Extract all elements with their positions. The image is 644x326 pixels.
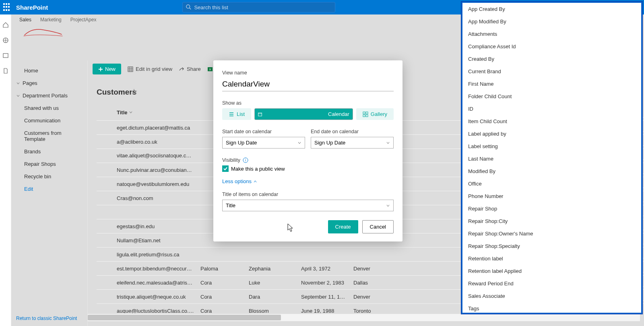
field-option[interactable]: Compliance Asset Id	[462, 40, 641, 53]
nav-item[interactable]: Home	[11, 64, 87, 77]
field-option[interactable]: Repair Shop:Specialty	[462, 240, 641, 252]
end-date-select[interactable]: Sign Up Date	[311, 137, 394, 149]
show-as-gallery[interactable]: Gallery	[356, 108, 394, 120]
app-launcher-icon[interactable]	[3, 3, 11, 11]
nav-label: Recycle bin	[24, 173, 51, 180]
field-option[interactable]: Repair Shop:City	[462, 215, 641, 227]
field-option[interactable]: Tags	[462, 302, 641, 314]
share-button[interactable]: Share	[179, 66, 201, 72]
field-option[interactable]: Modified By	[462, 165, 641, 177]
edit-grid-button[interactable]: Edit in grid view	[128, 66, 172, 72]
cell-first: Cora	[197, 291, 246, 303]
field-option[interactable]: Retention label	[462, 252, 641, 265]
plus-icon	[98, 67, 103, 72]
nav-label: Communication	[24, 118, 60, 124]
cell-title: vitae.aliquet@sociisnatoque.com	[97, 149, 197, 162]
cell-office	[350, 251, 415, 258]
public-view-checkbox[interactable]	[222, 165, 229, 172]
search-box[interactable]: Search this list	[182, 2, 335, 12]
nav-item[interactable]: Shared with us	[11, 102, 87, 114]
chevron-down-icon	[297, 141, 301, 145]
cell-office: Denver	[350, 262, 415, 275]
cell-title: est.tempor.bibendum@neccursusa.com	[97, 262, 197, 275]
field-option[interactable]: Repair Shop	[462, 202, 641, 215]
globe-icon[interactable]	[2, 37, 9, 43]
favorite-icon[interactable]	[131, 89, 137, 95]
field-option[interactable]: Phone Number	[462, 190, 641, 202]
app-bar	[0, 14, 11, 326]
files-icon[interactable]	[2, 68, 9, 74]
field-option[interactable]: Current Brand	[462, 65, 641, 78]
chevron-down-icon	[386, 204, 390, 208]
site-tabs: SalesMarketingProjectApex	[19, 14, 96, 25]
nav-item[interactable]: Department Portals	[11, 89, 87, 102]
show-as-list[interactable]: List	[222, 108, 251, 120]
cursor-icon	[287, 223, 294, 233]
news-icon[interactable]	[2, 52, 9, 59]
share-label: Share	[187, 66, 201, 72]
cell-office: Dallas	[350, 276, 415, 289]
return-classic-link[interactable]: Return to classic SharePoint	[16, 316, 77, 321]
cell-first	[197, 251, 246, 258]
info-icon[interactable]: i	[243, 157, 248, 163]
col-title[interactable]: Title	[97, 106, 197, 119]
nav-label: Repair Shops	[24, 161, 56, 167]
field-option[interactable]: First Name	[462, 78, 641, 90]
command-bar: New Edit in grid view Share X Ex	[93, 64, 221, 74]
nav-label: Department Portals	[23, 93, 68, 99]
field-option[interactable]: Last Name	[462, 153, 641, 165]
nav-item[interactable]: Brands	[11, 145, 87, 158]
site-tab[interactable]: Sales	[19, 17, 31, 23]
nav-item[interactable]: Pages	[11, 77, 87, 89]
field-option[interactable]: Retention label Applied	[462, 265, 641, 277]
field-option[interactable]: Label setting	[462, 140, 641, 153]
field-option[interactable]: ID	[462, 103, 641, 115]
new-button[interactable]: New	[93, 64, 121, 74]
field-option[interactable]: App Created By	[462, 3, 641, 15]
home-icon[interactable]	[2, 22, 9, 28]
start-date-select[interactable]: Sign Up Date	[222, 137, 305, 149]
nav-item[interactable]: Customers from Template	[11, 127, 87, 145]
field-option[interactable]: Folder Child Count	[462, 90, 641, 103]
share-icon	[179, 66, 184, 72]
field-option[interactable]: Created By	[462, 53, 641, 65]
cell-date: June 19, 1988	[298, 305, 350, 314]
cell-title: a@aclibero.co.uk	[97, 136, 197, 148]
field-option[interactable]: Reward Period End	[462, 277, 641, 290]
svg-rect-7	[3, 54, 8, 58]
nav-item[interactable]: Communication	[11, 114, 87, 127]
site-logo[interactable]	[19, 24, 68, 40]
field-dropdown[interactable]: App Created ByApp Modified ByAttachments…	[461, 2, 642, 314]
title-items-select[interactable]: Title	[222, 200, 394, 211]
chevron-down-icon	[129, 110, 133, 114]
nav-label: Shared with us	[24, 105, 59, 111]
title-items-label: Title of items on calendar	[222, 192, 394, 197]
field-option[interactable]: Attachments	[462, 28, 641, 40]
cancel-button[interactable]: Cancel	[362, 220, 394, 233]
field-option[interactable]: Repair Shop:Owner's Name	[462, 227, 641, 240]
edit-nav-link[interactable]: Edit	[11, 183, 87, 195]
check-icon	[223, 166, 228, 171]
horizontal-scrollbar[interactable]	[88, 314, 640, 321]
gallery-label: Gallery	[371, 111, 387, 117]
nav-item[interactable]: Repair Shops	[11, 158, 87, 170]
field-option[interactable]: Item Child Count	[462, 115, 641, 128]
field-option[interactable]: Label applied by	[462, 128, 641, 140]
field-option[interactable]: Office	[462, 177, 641, 190]
site-tab[interactable]: ProjectApex	[70, 17, 97, 23]
cell-date	[298, 251, 350, 258]
nav-item[interactable]: Recycle bin	[11, 170, 87, 183]
view-name-label: View name	[222, 70, 394, 76]
cell-title: tristique.aliquet@neque.co.uk	[97, 291, 197, 303]
list-icon	[229, 111, 234, 117]
cell-title	[97, 209, 197, 215]
create-button[interactable]: Create	[328, 220, 358, 233]
show-as-calendar[interactable]: Calendar	[254, 108, 353, 120]
view-name-input[interactable]	[222, 78, 394, 91]
less-options-toggle[interactable]: Less options	[222, 178, 394, 184]
field-option[interactable]: App Modified By	[462, 15, 641, 28]
svg-rect-17	[366, 112, 368, 114]
site-tab[interactable]: Marketing	[40, 17, 62, 23]
start-date-label: Start date on calendar	[222, 129, 305, 134]
field-option[interactable]: Sales Associate	[462, 290, 641, 302]
